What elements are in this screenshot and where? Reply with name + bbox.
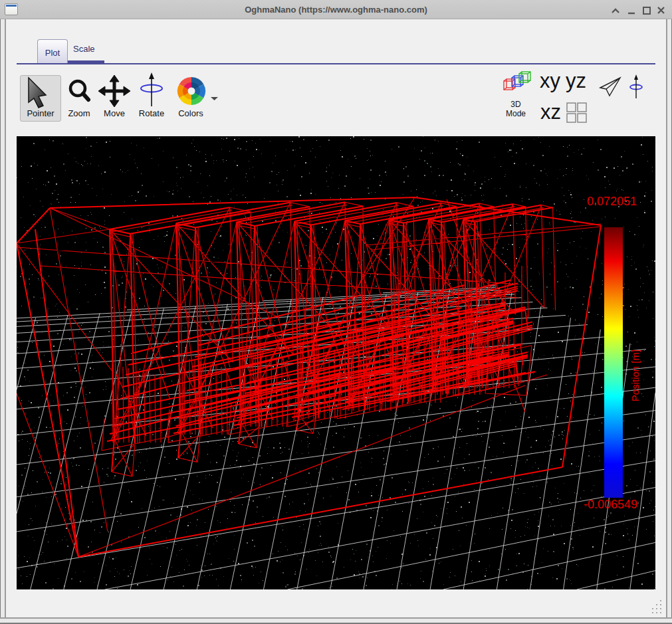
svg-text:Mode: Mode	[506, 109, 526, 118]
svg-text:-0.006549: -0.006549	[584, 498, 637, 511]
svg-text:yz: yz	[566, 69, 586, 92]
svg-text:xy: xy	[540, 69, 561, 92]
svg-text:Position [m]: Position [m]	[629, 350, 641, 401]
svg-text:xz: xz	[540, 100, 561, 124]
svg-text:3D: 3D	[510, 100, 521, 109]
svg-text:0.072051: 0.072051	[587, 195, 637, 208]
